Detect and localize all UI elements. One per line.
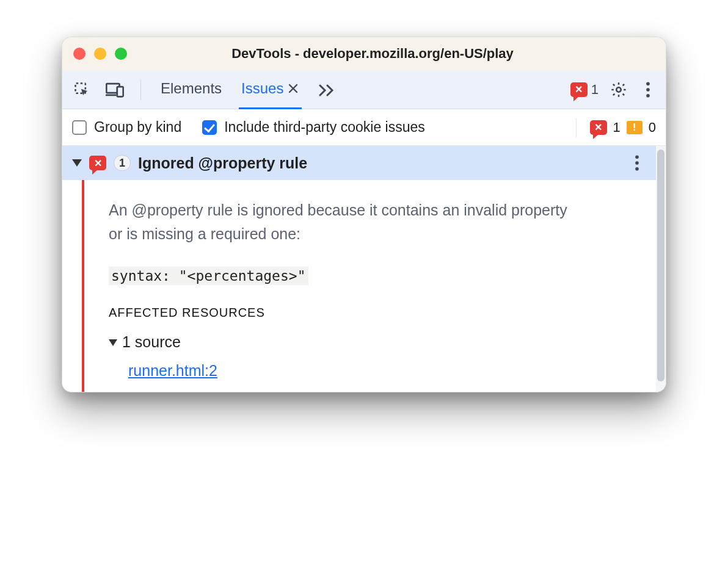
devtools-window: DevTools - developer.mozilla.org/en-US/p… bbox=[62, 37, 666, 392]
more-menu-button[interactable] bbox=[639, 81, 657, 99]
warning-icon: ! bbox=[627, 121, 642, 134]
svg-point-5 bbox=[646, 88, 650, 92]
third-party-cookies-label: Include third-party cookie issues bbox=[224, 119, 425, 135]
inspect-element-icon[interactable] bbox=[71, 79, 93, 101]
issues-count: 1 bbox=[591, 82, 599, 98]
separator bbox=[576, 118, 577, 137]
error-icon: ✕ bbox=[590, 120, 607, 135]
tab-issues-label: Issues bbox=[241, 80, 283, 97]
settings-button[interactable] bbox=[610, 81, 628, 99]
scrollbar[interactable] bbox=[656, 146, 666, 392]
more-tabs-icon[interactable] bbox=[316, 79, 338, 101]
svg-point-3 bbox=[616, 87, 621, 92]
issue-description: An @property rule is ignored because it … bbox=[109, 198, 573, 246]
panel-tabs: Elements Issues bbox=[158, 70, 338, 109]
svg-point-7 bbox=[635, 155, 639, 159]
svg-point-9 bbox=[635, 167, 639, 171]
issue-header[interactable]: ✕ 1 Ignored @property rule bbox=[62, 146, 656, 180]
issue-title: Ignored @property rule bbox=[138, 154, 307, 172]
tab-elements[interactable]: Elements bbox=[158, 70, 224, 109]
warning-count: 0 bbox=[649, 120, 656, 135]
issue-count-pill: 1 bbox=[114, 155, 131, 171]
issue-code-snippet: syntax: "<percentages>" bbox=[109, 267, 308, 285]
issue-body: An @property rule is ignored because it … bbox=[62, 180, 656, 392]
svg-point-4 bbox=[646, 82, 650, 85]
severity-indicator bbox=[82, 180, 84, 392]
expand-toggle-icon[interactable] bbox=[72, 159, 82, 167]
issues-count-button[interactable]: ✕ 1 bbox=[570, 82, 599, 98]
device-toolbar-icon[interactable] bbox=[104, 79, 126, 101]
issue-menu-button[interactable] bbox=[628, 154, 646, 172]
third-party-cookies-checkbox[interactable] bbox=[202, 120, 217, 135]
close-window-button[interactable] bbox=[73, 48, 86, 60]
error-icon: ✕ bbox=[89, 156, 106, 170]
svg-point-8 bbox=[635, 161, 639, 165]
source-count: 1 source bbox=[122, 333, 181, 351]
tab-issues[interactable]: Issues bbox=[239, 70, 302, 109]
group-by-kind-checkbox[interactable] bbox=[72, 120, 87, 135]
error-icon: ✕ bbox=[570, 82, 588, 97]
main-toolbar: Elements Issues ✕ 1 bbox=[62, 70, 666, 109]
error-count: 1 bbox=[613, 120, 621, 135]
title-bar: DevTools - developer.mozilla.org/en-US/p… bbox=[62, 37, 666, 70]
toolbar-separator bbox=[140, 79, 141, 100]
issues-filter-bar: Group by kind Include third-party cookie… bbox=[62, 109, 666, 146]
affected-resources-label: AFFECTED RESOURCES bbox=[109, 306, 638, 320]
chevron-down-icon bbox=[109, 339, 117, 346]
close-tab-icon[interactable] bbox=[287, 82, 299, 95]
group-by-kind-label: Group by kind bbox=[94, 119, 181, 135]
svg-rect-2 bbox=[117, 87, 123, 96]
scrollbar-thumb[interactable] bbox=[657, 150, 664, 381]
source-group-toggle[interactable]: 1 source bbox=[109, 333, 638, 351]
window-title: DevTools - developer.mozilla.org/en-US/p… bbox=[90, 46, 655, 62]
source-link[interactable]: runner.html:2 bbox=[128, 362, 638, 380]
svg-point-6 bbox=[646, 93, 650, 97]
